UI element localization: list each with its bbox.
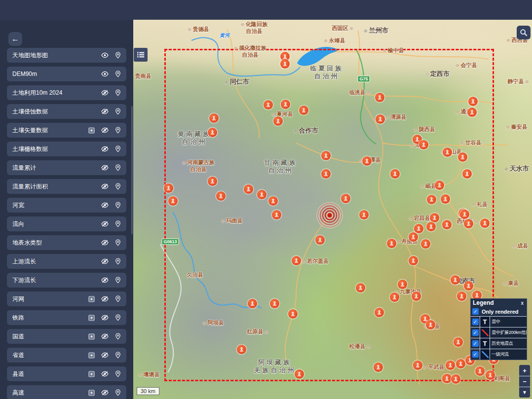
legend-row-checkbox[interactable]: ✓	[472, 329, 479, 336]
eye-off-icon[interactable]	[101, 127, 109, 133]
earthquake-marker[interactable]	[208, 128, 217, 137]
eye-off-icon[interactable]	[101, 165, 109, 171]
earthquake-marker[interactable]	[375, 93, 384, 102]
earthquake-marker[interactable]	[426, 222, 436, 231]
layer-item[interactable]: 土壤侵蚀数据	[7, 104, 126, 119]
layer-item[interactable]: 土壤矢量数据	[7, 123, 126, 138]
eye-off-icon[interactable]	[101, 315, 109, 321]
earthquake-marker[interactable]	[376, 114, 385, 124]
locate-pin-button[interactable]	[115, 145, 121, 152]
earthquake-marker[interactable]	[426, 320, 435, 329]
earthquake-marker[interactable]	[464, 281, 473, 290]
map-area[interactable]: ◎ 贵德县◎ 化隆回族自治县西固区 ◎◎ 兰州市◎ 永靖县◎ 西吉县◎ 循化撒拉…	[133, 20, 532, 399]
earthquake-marker[interactable]	[390, 292, 399, 302]
sidebar-scrollbar[interactable]	[131, 106, 133, 234]
locate-pin-button[interactable]	[115, 89, 121, 96]
earthquake-marker[interactable]	[272, 210, 281, 219]
earthquake-marker[interactable]	[390, 169, 400, 179]
layer-item[interactable]: DEM90m	[7, 67, 126, 81]
layer-legend-button[interactable]	[88, 296, 95, 302]
eye-off-icon[interactable]	[101, 296, 109, 302]
earthquake-marker[interactable]	[273, 116, 283, 126]
layer-legend-button[interactable]	[88, 390, 95, 396]
legend-row-checkbox[interactable]: ✓	[472, 351, 479, 358]
earthquake-marker[interactable]	[442, 374, 452, 383]
eye-off-icon[interactable]	[101, 202, 109, 208]
earthquake-marker[interactable]	[486, 370, 495, 380]
layer-legend-button[interactable]	[88, 315, 95, 321]
layer-item[interactable]: 土地利用10m 2024	[7, 85, 126, 100]
layer-item[interactable]: 天地图地形图	[7, 48, 126, 63]
layer-item[interactable]: 县道	[7, 366, 126, 381]
legend-row-checkbox[interactable]: ✓	[472, 340, 479, 347]
eye-off-icon[interactable]	[101, 352, 109, 358]
earthquake-marker[interactable]	[398, 280, 407, 289]
locate-pin-button[interactable]	[115, 277, 121, 284]
earthquake-marker[interactable]	[164, 183, 173, 193]
zoom-in-button[interactable]: +	[519, 365, 530, 376]
locate-pin-button[interactable]	[115, 108, 121, 115]
epicenter-marker[interactable]	[315, 201, 344, 231]
earthquake-marker[interactable]	[356, 283, 365, 292]
earthquake-marker[interactable]	[244, 184, 253, 194]
earthquake-marker[interactable]	[248, 299, 257, 308]
eye-off-icon[interactable]	[101, 90, 109, 96]
earthquake-marker[interactable]	[374, 363, 383, 372]
earthquake-marker[interactable]	[451, 374, 460, 384]
earthquake-marker[interactable]	[435, 181, 444, 190]
earthquake-marker[interactable]	[430, 213, 439, 222]
map-search-button[interactable]	[517, 26, 531, 39]
earthquake-marker[interactable]	[281, 100, 290, 109]
locate-pin-button[interactable]	[115, 220, 121, 227]
layer-legend-button[interactable]	[88, 352, 95, 359]
layer-item[interactable]: 河宽	[7, 198, 126, 213]
earthquake-marker[interactable]	[237, 345, 246, 354]
locate-pin-button[interactable]	[115, 314, 121, 321]
locate-pin-button[interactable]	[115, 202, 121, 209]
locate-pin-button[interactable]	[115, 352, 121, 359]
earthquake-marker[interactable]	[321, 169, 331, 179]
eye-off-icon[interactable]	[101, 240, 109, 246]
locate-pin-button[interactable]	[115, 164, 121, 171]
layers-toggle-button[interactable]	[134, 48, 148, 62]
earthquake-marker[interactable]	[299, 106, 308, 115]
layer-legend-button[interactable]	[88, 333, 95, 340]
pan-down-button[interactable]: ▼	[519, 387, 530, 398]
eye-off-icon[interactable]	[101, 109, 109, 114]
layer-item[interactable]: 流向	[7, 217, 126, 231]
earthquake-marker[interactable]	[443, 147, 452, 157]
locate-pin-button[interactable]	[115, 258, 121, 265]
locate-pin-button[interactable]	[115, 183, 121, 190]
earthquake-marker[interactable]	[168, 196, 178, 206]
earthquake-marker[interactable]	[464, 219, 473, 228]
layer-item[interactable]: 河网	[7, 291, 126, 306]
layer-item[interactable]: 上游流长	[7, 254, 126, 269]
layer-item[interactable]: 省道	[7, 348, 126, 363]
earthquake-marker[interactable]	[387, 239, 396, 248]
earthquake-marker[interactable]	[216, 191, 226, 201]
legend-close-button[interactable]: x	[520, 300, 524, 306]
legend-row-checkbox[interactable]: ✓	[472, 319, 479, 325]
earthquake-marker[interactable]	[468, 97, 478, 106]
earthquake-marker[interactable]	[427, 195, 436, 204]
locate-pin-button[interactable]	[115, 333, 121, 340]
earthquake-marker[interactable]	[413, 361, 422, 370]
eye-off-icon[interactable]	[101, 333, 109, 339]
layer-item[interactable]: 流量累计	[7, 160, 126, 175]
earthquake-marker[interactable]	[292, 256, 301, 265]
locate-pin-button[interactable]	[115, 295, 121, 302]
earthquake-marker[interactable]	[295, 369, 304, 379]
earthquake-marker[interactable]	[414, 224, 423, 233]
eye-off-icon[interactable]	[101, 371, 109, 377]
earthquake-marker[interactable]	[280, 59, 290, 69]
earthquake-marker[interactable]	[257, 190, 266, 199]
only-rendered-checkbox[interactable]: ✓	[472, 308, 479, 315]
earthquake-marker[interactable]	[419, 140, 428, 149]
earthquake-marker[interactable]	[458, 152, 467, 162]
locate-pin-button[interactable]	[115, 370, 121, 377]
eye-off-icon[interactable]	[101, 258, 109, 264]
earthquake-marker[interactable]	[442, 220, 452, 229]
earthquake-marker[interactable]	[441, 194, 450, 204]
layer-item[interactable]: 土壤栅格数据	[7, 142, 126, 156]
earthquake-marker[interactable]	[421, 239, 430, 249]
